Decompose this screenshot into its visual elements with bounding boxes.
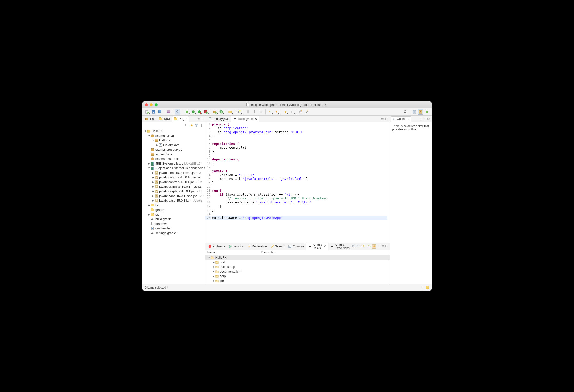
tab-library-java[interactable]: Library.java	[206, 116, 231, 122]
tree-item[interactable]: src/main/resources	[143, 147, 205, 152]
trim-handle[interactable]: ⋮	[420, 286, 424, 289]
back-button[interactable]	[283, 109, 288, 115]
trim-handle[interactable]: ⋮	[166, 286, 169, 289]
tree-item[interactable]: ▶010javafx-base-15.0.1.jar - /Users	[143, 198, 205, 203]
tree-item[interactable]: build.gradle	[143, 217, 205, 221]
tree-item[interactable]: ▶010javafx-fxml-15.0.1-mac.jar - /U	[143, 170, 205, 175]
link-editor-button[interactable]	[175, 109, 181, 115]
tree-item[interactable]: ▼src/main/java	[143, 133, 205, 138]
tree-item[interactable]: src/test/java	[143, 152, 205, 157]
wand-button[interactable]	[304, 109, 310, 115]
cursor-button[interactable]	[252, 109, 257, 115]
code-content[interactable]: plugins { id 'application' id 'org.openj…	[212, 122, 390, 243]
tree-item[interactable]: ▶src	[143, 212, 205, 217]
save-all-button[interactable]	[157, 109, 163, 115]
zoom-button[interactable]	[155, 103, 158, 106]
mark-button[interactable]	[246, 109, 251, 115]
run-button[interactable]	[190, 109, 196, 115]
project-tree[interactable]: ▼HelloFX▼src/main/java▼HelloFX▶Library.j…	[143, 128, 205, 284]
column-description[interactable]: Description	[259, 250, 278, 255]
task-tree[interactable]: ▼HelloFX▶build▶build setup▶documentation…	[205, 255, 390, 284]
refresh-icon[interactable]	[361, 244, 364, 249]
open-type-button[interactable]	[227, 109, 233, 115]
save-button[interactable]	[151, 109, 156, 115]
tab-package-explorer[interactable]: Pac	[144, 116, 157, 122]
tree-item[interactable]: ▶bin	[143, 203, 205, 207]
quick-access-button[interactable]	[403, 109, 408, 115]
coverage-button[interactable]	[197, 109, 202, 115]
tree-item[interactable]: gradlew	[143, 221, 205, 226]
close-icon[interactable]: ✕	[255, 117, 257, 121]
tab-javadoc[interactable]: @Javadoc	[227, 244, 245, 249]
tree-item[interactable]: ▶010javafx-graphics-15.0.1-mac.jar	[143, 184, 205, 189]
maximize-icon[interactable]: ▢	[385, 117, 388, 120]
open-perspective-button[interactable]	[411, 109, 417, 115]
tree-item[interactable]: ▶010javafx-controls-15.0.1-mac.jar	[143, 175, 205, 180]
task-item[interactable]: ▶ide	[205, 278, 390, 283]
tree-item[interactable]: src/test/resources	[143, 157, 205, 161]
run-task-icon[interactable]	[368, 244, 371, 249]
edit-button[interactable]	[258, 109, 264, 115]
filter-icon[interactable]	[195, 124, 198, 127]
tree-item[interactable]: ▶010javafx-graphics-15.0.1.jar - /U	[143, 189, 205, 194]
task-item[interactable]: ▶documentation	[205, 269, 390, 274]
view-menu-icon[interactable]: ⋮	[420, 117, 423, 121]
minimize-icon[interactable]: ▭	[424, 117, 426, 121]
code-editor[interactable]: 1234567891011121314151617181920212223242…	[205, 122, 390, 243]
next-annotation-button[interactable]	[274, 109, 279, 115]
tab-search[interactable]: Search	[269, 244, 286, 249]
tab-navigator[interactable]: Navi	[157, 116, 171, 122]
tab-gradle-executions[interactable]: Gradle Executions	[328, 242, 352, 251]
task-item[interactable]: ▶build	[205, 260, 390, 265]
link-editor-icon[interactable]	[190, 124, 193, 127]
tree-item[interactable]: gradle	[143, 207, 205, 212]
close-icon[interactable]: ✕	[324, 245, 326, 248]
new-class-button[interactable]: C	[219, 109, 224, 115]
minimize-icon[interactable]: ▭	[382, 244, 384, 249]
tree-item[interactable]: ▶Library.java	[143, 143, 205, 147]
tree-item[interactable]: ▼HelloFX	[143, 138, 205, 143]
close-icon[interactable]: ✕	[408, 118, 410, 121]
task-item[interactable]: ▼HelloFX	[205, 255, 390, 260]
external-run-button[interactable]	[203, 109, 208, 115]
toggle-breadcrumb-button[interactable]	[166, 109, 171, 115]
tab-project-explorer[interactable]: Proj✕	[172, 116, 189, 122]
tree-item[interactable]: ▶010javafx-base-15.0.1-mac.jar - /U	[143, 194, 205, 198]
forward-button[interactable]	[289, 109, 294, 115]
collapse-all-icon[interactable]	[356, 244, 360, 249]
task-item[interactable]: ▶help	[205, 274, 390, 278]
column-name[interactable]: Name	[205, 250, 259, 255]
tab-outline[interactable]: Outline✕	[391, 116, 411, 122]
tab-declaration[interactable]: Declaration	[246, 244, 269, 249]
minimize-icon[interactable]: ▭	[381, 117, 384, 120]
java-perspective-button[interactable]: J	[418, 109, 423, 115]
tree-item[interactable]: settings.gradle	[143, 231, 205, 235]
prev-annotation-button[interactable]	[267, 109, 273, 115]
view-menu-icon[interactable]: ⋮	[377, 244, 381, 249]
tip-icon[interactable]	[426, 286, 429, 289]
minimize-button[interactable]	[150, 103, 153, 106]
debug-perspective-button[interactable]	[424, 109, 430, 115]
maximize-icon[interactable]: ▢	[201, 117, 203, 120]
link-task-icon[interactable]	[372, 244, 376, 249]
tree-item[interactable]: ▶010javafx-controls-15.0.1.jar - /Us	[143, 180, 205, 184]
tab-console[interactable]: Console	[286, 244, 306, 249]
tree-item[interactable]: ▼HelloFX	[143, 129, 205, 133]
expand-all-icon[interactable]	[352, 244, 355, 249]
tree-item[interactable]: gradlew.bat	[143, 226, 205, 231]
task-item[interactable]: ▶build setup	[205, 265, 390, 269]
close-icon[interactable]: ✕	[185, 118, 187, 121]
maximize-icon[interactable]: ▢	[427, 117, 430, 121]
new-button[interactable]	[144, 109, 150, 115]
minimize-icon[interactable]: ▭	[197, 117, 200, 120]
new-package-button[interactable]	[212, 109, 218, 115]
tab-problems[interactable]: !Problems	[206, 244, 227, 249]
tab-build-gradle[interactable]: build.gradle✕	[231, 116, 259, 122]
debug-button[interactable]	[184, 109, 189, 115]
close-button[interactable]	[145, 103, 148, 106]
tree-item[interactable]: ▶JRE System Library [JavaSE-15]	[143, 161, 205, 166]
maximize-icon[interactable]: ▢	[385, 244, 388, 249]
view-menu-icon[interactable]: ⋮	[200, 123, 203, 127]
pin-button[interactable]	[298, 109, 303, 115]
tree-item[interactable]: ▼Project and External Dependencies	[143, 166, 205, 170]
